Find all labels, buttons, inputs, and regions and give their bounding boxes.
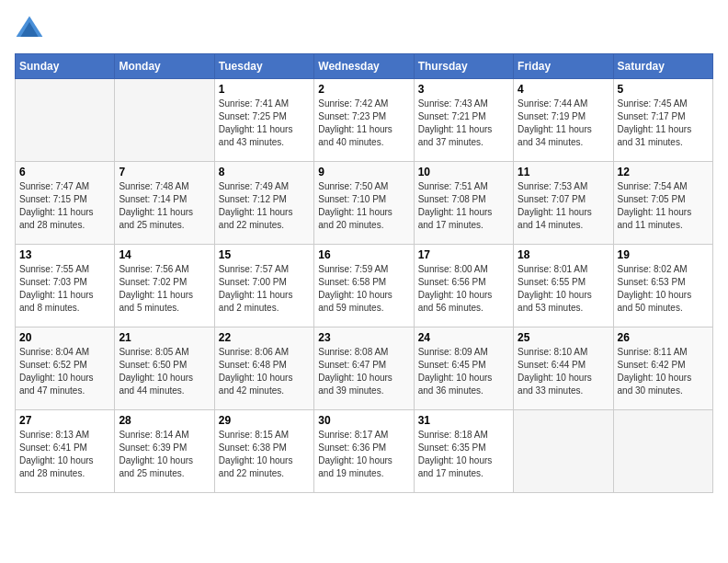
calendar-cell: 4 Sunrise: 7:44 AM Sunset: 7:19 PM Dayli… bbox=[514, 79, 613, 162]
daylight-text: Daylight: 11 hours and 37 minutes. bbox=[418, 124, 493, 147]
daylight-text: Daylight: 11 hours and 11 minutes. bbox=[618, 207, 692, 230]
sunset-text: Sunset: 7:15 PM bbox=[19, 194, 87, 204]
sunrise-text: Sunrise: 8:06 AM bbox=[219, 347, 289, 357]
day-info: Sunrise: 7:55 AM Sunset: 7:03 PM Dayligh… bbox=[19, 263, 110, 315]
day-info: Sunrise: 7:57 AM Sunset: 7:00 PM Dayligh… bbox=[219, 263, 310, 315]
day-number: 20 bbox=[19, 331, 110, 344]
calendar-cell: 8 Sunrise: 7:49 AM Sunset: 7:12 PM Dayli… bbox=[214, 162, 313, 245]
daylight-text: Daylight: 10 hours and 36 minutes. bbox=[418, 373, 493, 396]
calendar-week-row: 20 Sunrise: 8:04 AM Sunset: 6:52 PM Dayl… bbox=[16, 327, 713, 410]
day-number: 14 bbox=[119, 248, 210, 261]
sunrise-text: Sunrise: 8:10 AM bbox=[518, 347, 587, 357]
day-number: 9 bbox=[318, 166, 409, 178]
daylight-text: Daylight: 11 hours and 14 minutes. bbox=[518, 207, 592, 230]
daylight-text: Daylight: 11 hours and 25 minutes. bbox=[119, 207, 193, 230]
daylight-text: Daylight: 10 hours and 53 minutes. bbox=[518, 290, 592, 313]
sunrise-text: Sunrise: 8:13 AM bbox=[19, 430, 89, 440]
sunrise-text: Sunrise: 7:51 AM bbox=[418, 181, 488, 191]
day-number: 6 bbox=[19, 166, 110, 178]
calendar-cell: 1 Sunrise: 7:41 AM Sunset: 7:25 PM Dayli… bbox=[214, 79, 313, 162]
calendar-cell: 14 Sunrise: 7:56 AM Sunset: 7:02 PM Dayl… bbox=[115, 245, 214, 327]
sunrise-text: Sunrise: 8:01 AM bbox=[518, 264, 587, 274]
page-header bbox=[15, 15, 713, 44]
day-number: 18 bbox=[518, 248, 609, 261]
day-info: Sunrise: 8:00 AM Sunset: 6:56 PM Dayligh… bbox=[418, 263, 509, 315]
sunrise-text: Sunrise: 8:14 AM bbox=[119, 430, 188, 440]
sunset-text: Sunset: 7:03 PM bbox=[19, 277, 87, 287]
calendar-week-row: 1 Sunrise: 7:41 AM Sunset: 7:25 PM Dayli… bbox=[16, 79, 713, 162]
sunrise-text: Sunrise: 7:43 AM bbox=[418, 98, 488, 109]
day-number: 12 bbox=[618, 166, 709, 178]
sunset-text: Sunset: 6:47 PM bbox=[318, 360, 386, 370]
sunset-text: Sunset: 6:44 PM bbox=[518, 360, 586, 370]
calendar-cell: 16 Sunrise: 7:59 AM Sunset: 6:58 PM Dayl… bbox=[314, 245, 414, 327]
calendar-cell: 22 Sunrise: 8:06 AM Sunset: 6:48 PM Dayl… bbox=[214, 327, 313, 410]
sunrise-text: Sunrise: 7:54 AM bbox=[618, 181, 688, 191]
daylight-text: Daylight: 11 hours and 28 minutes. bbox=[19, 207, 94, 230]
sunrise-text: Sunrise: 7:45 AM bbox=[618, 98, 688, 109]
calendar-cell bbox=[16, 79, 115, 162]
day-info: Sunrise: 7:51 AM Sunset: 7:08 PM Dayligh… bbox=[418, 180, 509, 232]
calendar-week-row: 13 Sunrise: 7:55 AM Sunset: 7:03 PM Dayl… bbox=[16, 245, 713, 327]
daylight-text: Daylight: 10 hours and 39 minutes. bbox=[318, 373, 392, 396]
sunset-text: Sunset: 7:17 PM bbox=[618, 111, 686, 121]
daylight-text: Daylight: 10 hours and 33 minutes. bbox=[518, 373, 592, 396]
calendar-week-row: 27 Sunrise: 8:13 AM Sunset: 6:41 PM Dayl… bbox=[16, 410, 713, 493]
calendar-cell: 24 Sunrise: 8:09 AM Sunset: 6:45 PM Dayl… bbox=[414, 327, 513, 410]
sunset-text: Sunset: 7:23 PM bbox=[318, 111, 386, 121]
daylight-text: Daylight: 10 hours and 25 minutes. bbox=[119, 455, 193, 478]
weekday-header: Saturday bbox=[613, 54, 712, 79]
day-info: Sunrise: 7:44 AM Sunset: 7:19 PM Dayligh… bbox=[518, 98, 609, 149]
calendar-cell: 3 Sunrise: 7:43 AM Sunset: 7:21 PM Dayli… bbox=[414, 79, 513, 162]
sunrise-text: Sunrise: 7:50 AM bbox=[318, 181, 388, 191]
calendar-cell: 28 Sunrise: 8:14 AM Sunset: 6:39 PM Dayl… bbox=[115, 410, 214, 493]
sunset-text: Sunset: 7:10 PM bbox=[318, 194, 386, 204]
day-info: Sunrise: 8:13 AM Sunset: 6:41 PM Dayligh… bbox=[19, 429, 110, 480]
daylight-text: Daylight: 11 hours and 20 minutes. bbox=[318, 207, 392, 230]
daylight-text: Daylight: 10 hours and 28 minutes. bbox=[19, 455, 94, 478]
sunset-text: Sunset: 7:19 PM bbox=[518, 111, 586, 121]
day-info: Sunrise: 7:53 AM Sunset: 7:07 PM Dayligh… bbox=[518, 180, 609, 232]
sunrise-text: Sunrise: 7:55 AM bbox=[19, 264, 89, 274]
sunset-text: Sunset: 7:02 PM bbox=[119, 277, 187, 287]
daylight-text: Daylight: 11 hours and 40 minutes. bbox=[318, 124, 392, 147]
calendar-cell: 23 Sunrise: 8:08 AM Sunset: 6:47 PM Dayl… bbox=[314, 327, 414, 410]
sunset-text: Sunset: 6:48 PM bbox=[219, 360, 287, 370]
day-info: Sunrise: 7:43 AM Sunset: 7:21 PM Dayligh… bbox=[418, 98, 509, 149]
sunset-text: Sunset: 6:36 PM bbox=[318, 442, 386, 453]
sunset-text: Sunset: 6:42 PM bbox=[618, 360, 686, 370]
daylight-text: Daylight: 10 hours and 44 minutes. bbox=[119, 373, 193, 396]
calendar-cell: 20 Sunrise: 8:04 AM Sunset: 6:52 PM Dayl… bbox=[16, 327, 115, 410]
daylight-text: Daylight: 11 hours and 43 minutes. bbox=[219, 124, 293, 147]
calendar-cell: 29 Sunrise: 8:15 AM Sunset: 6:38 PM Dayl… bbox=[214, 410, 313, 493]
sunset-text: Sunset: 6:50 PM bbox=[119, 360, 187, 370]
daylight-text: Daylight: 10 hours and 19 minutes. bbox=[318, 455, 392, 478]
calendar-cell: 15 Sunrise: 7:57 AM Sunset: 7:00 PM Dayl… bbox=[214, 245, 313, 327]
day-number: 26 bbox=[618, 331, 709, 344]
calendar-cell: 13 Sunrise: 7:55 AM Sunset: 7:03 PM Dayl… bbox=[16, 245, 115, 327]
calendar-cell: 10 Sunrise: 7:51 AM Sunset: 7:08 PM Dayl… bbox=[414, 162, 513, 245]
day-number: 16 bbox=[318, 248, 409, 261]
sunrise-text: Sunrise: 7:56 AM bbox=[119, 264, 188, 274]
sunrise-text: Sunrise: 8:18 AM bbox=[418, 430, 488, 440]
day-number: 31 bbox=[418, 414, 509, 427]
day-info: Sunrise: 8:14 AM Sunset: 6:39 PM Dayligh… bbox=[119, 429, 210, 480]
day-number: 21 bbox=[119, 331, 210, 344]
sunset-text: Sunset: 6:53 PM bbox=[618, 277, 686, 287]
daylight-text: Daylight: 11 hours and 31 minutes. bbox=[618, 124, 692, 147]
daylight-text: Daylight: 10 hours and 50 minutes. bbox=[618, 290, 692, 313]
day-number: 25 bbox=[518, 331, 609, 344]
day-number: 29 bbox=[219, 414, 310, 427]
day-number: 3 bbox=[418, 83, 509, 96]
sunrise-text: Sunrise: 8:15 AM bbox=[219, 430, 289, 440]
calendar-cell: 27 Sunrise: 8:13 AM Sunset: 6:41 PM Dayl… bbox=[16, 410, 115, 493]
calendar-cell: 17 Sunrise: 8:00 AM Sunset: 6:56 PM Dayl… bbox=[414, 245, 513, 327]
sunrise-text: Sunrise: 7:47 AM bbox=[19, 181, 89, 191]
day-number: 4 bbox=[518, 83, 609, 96]
sunset-text: Sunset: 7:08 PM bbox=[418, 194, 486, 204]
day-number: 19 bbox=[618, 248, 709, 261]
sunrise-text: Sunrise: 7:59 AM bbox=[318, 264, 388, 274]
sunrise-text: Sunrise: 7:48 AM bbox=[119, 181, 188, 191]
weekday-header: Tuesday bbox=[214, 54, 313, 79]
sunset-text: Sunset: 7:14 PM bbox=[119, 194, 187, 204]
